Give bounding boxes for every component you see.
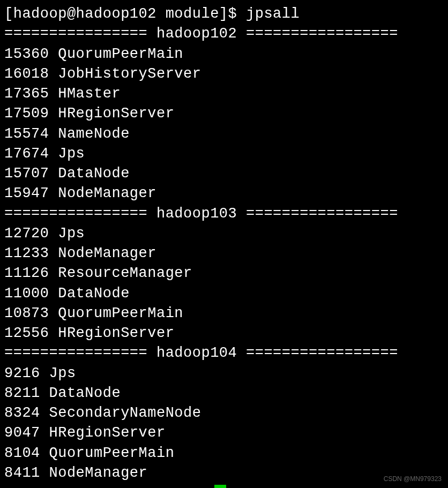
process-line-hadoop102-0: 15360 QuorumPeerMain	[4, 44, 444, 64]
process-line-hadoop102-3: 17509 HRegionServer	[4, 104, 444, 124]
cursor-indicator	[214, 485, 226, 488]
process-line-hadoop103-2: 11126 ResourceManager	[4, 264, 444, 283]
process-line-hadoop104-5: 8411 NodeManager	[4, 463, 444, 483]
process-line-hadoop103-3: 11000 DataNode	[4, 284, 444, 304]
process-line-hadoop102-2: 17365 HMaster	[4, 84, 444, 104]
process-line-hadoop102-7: 15947 NodeManager	[4, 184, 444, 204]
process-line-hadoop102-6: 15707 DataNode	[4, 164, 444, 184]
process-line-hadoop104-1: 8211 DataNode	[4, 384, 444, 403]
process-line-hadoop102-1: 16018 JobHistoryServer	[4, 64, 444, 84]
process-line-hadoop103-4: 10873 QuorumPeerMain	[4, 304, 444, 324]
process-line-hadoop104-4: 8104 QuorumPeerMain	[4, 444, 444, 463]
process-line-hadoop104-0: 9216 Jps	[4, 364, 444, 384]
process-line-hadoop103-0: 12720 Jps	[4, 224, 444, 244]
process-line-hadoop103-5: 12556 HRegionServer	[4, 324, 444, 343]
process-line-hadoop102-5: 17674 Jps	[4, 144, 444, 164]
process-line-hadoop103-1: 11233 NodeManager	[4, 244, 444, 264]
terminal-output[interactable]: [hadoop@hadoop102 module]$ jpsall=======…	[4, 4, 444, 483]
host-separator-hadoop102: ================ hadoop102 =============…	[4, 24, 444, 44]
host-separator-hadoop104: ================ hadoop104 =============…	[4, 343, 444, 363]
process-line-hadoop104-2: 8324 SecondaryNameNode	[4, 403, 444, 423]
process-line-hadoop102-4: 15574 NameNode	[4, 124, 444, 144]
process-line-hadoop104-3: 9047 HRegionServer	[4, 423, 444, 443]
watermark-text: CSDN @MN979323	[384, 475, 442, 484]
prompt-line: [hadoop@hadoop102 module]$ jpsall	[4, 4, 444, 24]
host-separator-hadoop103: ================ hadoop103 =============…	[4, 204, 444, 224]
